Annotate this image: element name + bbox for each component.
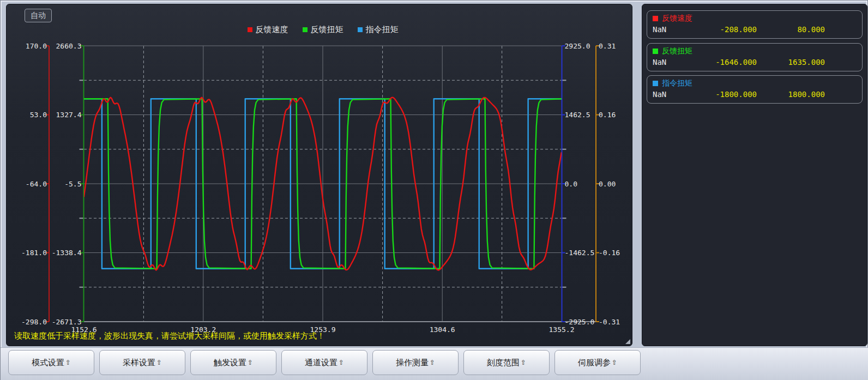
channel-min-value: -208.000 xyxy=(686,25,757,34)
scale-range-button[interactable]: 刻度范围 ⇧ xyxy=(463,350,550,375)
channel-max-value: 1800.000 xyxy=(757,90,825,99)
green-axis-tick-label: -5.5 xyxy=(64,180,81,188)
channel-name: 反馈速度 xyxy=(662,14,692,23)
channel-readout-panel: 反馈速度 NaN -208.000 80.000 反馈扭矩 NaN -1646.… xyxy=(642,4,867,346)
green-axis-tick-label: 1327.4 xyxy=(56,111,82,119)
chart-panel: 自动 反馈速度 反馈扭矩 指令扭矩 170.053.0-64.0-181.0-2… xyxy=(6,4,632,346)
arrow-up-icon: ⇧ xyxy=(156,359,162,366)
red-axis-tick-label: 170.0 xyxy=(26,42,47,50)
orange-axis-tick-label: -0.31 xyxy=(599,318,620,326)
button-label: 刻度范围 xyxy=(487,358,520,368)
blue-axis-tick-label: 2925.0 xyxy=(565,42,590,50)
orange-axis-tick-label: -0.16 xyxy=(599,249,620,257)
channel-settings-button[interactable]: 通道设置 ⇧ xyxy=(281,350,367,375)
channel-card-command-torque: 指令扭矩 NaN -1800.000 1800.000 xyxy=(647,75,863,104)
waveform-chart: 170.053.0-64.0-181.0-298.02660.31327.4-5… xyxy=(7,4,632,346)
sampling-settings-button[interactable]: 采样设置 ⇧ xyxy=(99,350,185,375)
x-axis-tick-label: 1355.2 xyxy=(549,325,575,334)
orange-axis-tick-label: 0.31 xyxy=(599,42,616,50)
sampling-warning-text: 读取速度低于采样速度，波形出现失真，请尝试增大采样间隔，或使用触发采样方式！ xyxy=(14,331,325,341)
red-axis-tick-label: 53.0 xyxy=(30,111,47,119)
red-swatch-icon xyxy=(653,16,658,21)
channel-card-feedback-speed: 反馈速度 NaN -208.000 80.000 xyxy=(647,10,863,39)
channel-current-value: NaN xyxy=(653,58,686,67)
measure-operations-button[interactable]: 操作测量 ⇧ xyxy=(372,350,459,375)
channel-title: 反馈扭矩 xyxy=(647,44,862,56)
servo-tuning-button[interactable]: 伺服调参 ⇧ xyxy=(554,350,641,375)
orange-axis-tick-label: 0.00 xyxy=(599,180,616,188)
green-axis-tick-label: -1338.4 xyxy=(52,249,82,257)
channel-max-value: 1635.000 xyxy=(757,58,825,67)
channel-title: 反馈速度 xyxy=(647,11,862,23)
channel-current-value: NaN xyxy=(653,25,686,34)
button-label: 伺服调参 xyxy=(578,358,611,368)
blue-axis-tick-label: 1462.5 xyxy=(565,111,590,119)
arrow-up-icon: ⇧ xyxy=(521,359,526,366)
red-axis-tick-label: -64.0 xyxy=(26,180,47,188)
channel-current-value: NaN xyxy=(653,90,686,99)
blue-axis-tick-label: 0.0 xyxy=(565,180,577,188)
channel-min-value: -1800.000 xyxy=(686,90,757,99)
arrow-up-icon: ⇧ xyxy=(339,359,344,366)
channel-card-feedback-torque: 反馈扭矩 NaN -1646.000 1635.000 xyxy=(647,43,863,71)
blue-axis-tick-label: -2925.0 xyxy=(565,318,595,326)
button-label: 操作测量 xyxy=(396,358,429,368)
arrow-up-icon: ⇧ xyxy=(430,359,435,366)
red-axis-tick-label: -298.0 xyxy=(21,318,47,326)
bottom-toolbar: 模式设置 ⇧ 采样设置 ⇧ 触发设置 ⇧ 通道设置 ⇧ 操作测量 ⇧ 刻度范围 … xyxy=(1,347,868,380)
channel-max-value: 80.000 xyxy=(757,25,825,34)
blue-swatch-icon xyxy=(653,81,658,86)
channel-name: 指令扭矩 xyxy=(662,79,692,88)
button-label: 通道设置 xyxy=(305,358,337,368)
red-axis-tick-label: -181.0 xyxy=(21,249,47,257)
channel-min-value: -1646.000 xyxy=(686,58,757,67)
app-window: 自动 反馈速度 反馈扭矩 指令扭矩 170.053.0-64.0-181.0-2… xyxy=(0,0,868,380)
green-swatch-icon xyxy=(653,49,658,54)
arrow-up-icon: ⇧ xyxy=(248,359,253,366)
mode-settings-button[interactable]: 模式设置 ⇧ xyxy=(8,350,94,375)
button-label: 采样设置 xyxy=(123,358,155,368)
arrow-up-icon: ⇧ xyxy=(612,359,617,366)
menu-button-row: 模式设置 ⇧ 采样设置 ⇧ 触发设置 ⇧ 通道设置 ⇧ 操作测量 ⇧ 刻度范围 … xyxy=(8,350,641,375)
blue-axis-tick-label: -1462.5 xyxy=(565,249,595,257)
orange-axis-tick-label: 0.16 xyxy=(599,111,616,119)
chart-grid xyxy=(80,46,596,322)
resize-grip[interactable] xyxy=(625,339,630,344)
x-axis-tick-label: 1304.6 xyxy=(430,325,455,334)
channel-name: 反馈扭矩 xyxy=(662,46,692,56)
green-axis-tick-label: -2671.3 xyxy=(52,318,82,326)
button-label: 触发设置 xyxy=(214,358,246,368)
green-axis-tick-label: 2660.3 xyxy=(56,42,82,50)
trigger-settings-button[interactable]: 触发设置 ⇧ xyxy=(190,350,276,375)
button-label: 模式设置 xyxy=(32,358,64,368)
chart-axes: 170.053.0-64.0-181.0-298.02660.31327.4-5… xyxy=(21,42,620,334)
channel-title: 指令扭矩 xyxy=(647,76,862,88)
arrow-up-icon: ⇧ xyxy=(65,359,71,366)
